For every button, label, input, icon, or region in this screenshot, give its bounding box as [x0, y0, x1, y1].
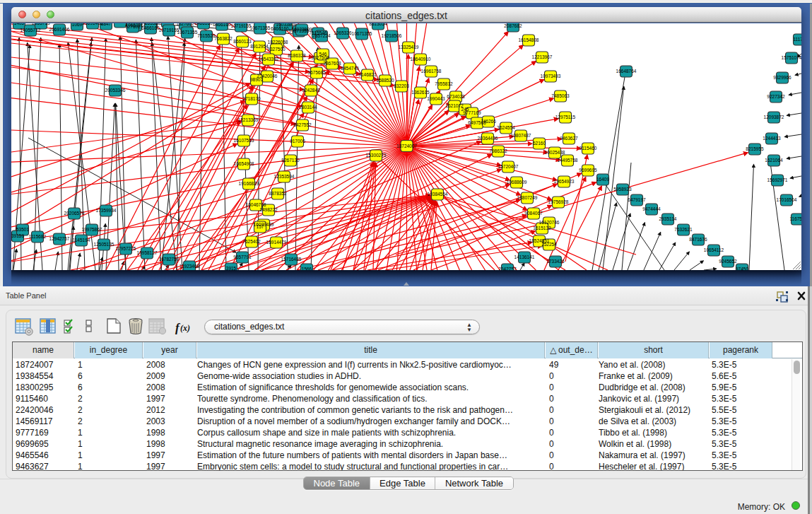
svg-text:6466160: 6466160 [271, 26, 289, 31]
svg-text:5958923: 5958923 [613, 187, 632, 192]
svg-text:8660123: 8660123 [233, 39, 252, 44]
svg-text:3624554: 3624554 [497, 125, 515, 130]
svg-text:20364436: 20364436 [478, 136, 498, 141]
svg-text:16154808: 16154808 [519, 37, 539, 42]
svg-text:157: 157 [257, 224, 264, 229]
svg-text:19218506: 19218506 [382, 33, 402, 38]
svg-text:6466160: 6466160 [213, 23, 231, 27]
svg-text:16409: 16409 [596, 177, 609, 182]
svg-text:1621064: 1621064 [765, 158, 783, 163]
svg-text:14495758: 14495758 [558, 158, 578, 163]
svg-text:10958127: 10958127 [137, 250, 158, 255]
svg-text:546: 546 [319, 52, 327, 57]
svg-text:1990443: 1990443 [427, 96, 445, 101]
svg-text:8215955: 8215955 [746, 146, 764, 151]
svg-text:8267130: 8267130 [281, 158, 300, 163]
svg-text:16107553: 16107553 [234, 138, 254, 143]
svg-text:20691406: 20691406 [83, 23, 103, 25]
svg-text:8847: 8847 [101, 23, 112, 26]
svg-text:10973493: 10973493 [541, 74, 561, 78]
svg-text:1362615: 1362615 [411, 90, 430, 95]
svg-text:7632621: 7632621 [674, 227, 693, 232]
svg-text:2867608: 2867608 [323, 61, 341, 66]
svg-text:19384554: 19384554 [428, 192, 448, 197]
svg-text:17957225: 17957225 [116, 246, 136, 251]
svg-text:39159: 39159 [11, 233, 24, 238]
svg-text:20691406: 20691406 [49, 27, 70, 32]
svg-text:3675685: 3675685 [307, 70, 326, 75]
svg-text:19975867: 19975867 [82, 227, 102, 232]
svg-text:7515526: 7515526 [197, 33, 216, 38]
svg-text:9242848: 9242848 [302, 88, 320, 93]
svg-text:17359934: 17359934 [96, 208, 117, 213]
svg-text:1566: 1566 [302, 267, 312, 270]
svg-text:15300273: 15300273 [366, 153, 387, 158]
svg-text:1733426: 1733426 [546, 259, 565, 264]
svg-text:12505135: 12505135 [94, 242, 114, 247]
svg-text:2055713: 2055713 [32, 23, 50, 25]
svg-text:8471676: 8471676 [689, 237, 707, 242]
svg-text:1244413: 1244413 [763, 136, 781, 141]
svg-text:6734028: 6734028 [447, 94, 465, 99]
svg-text:53501: 53501 [16, 227, 29, 232]
svg-text:7955812: 7955812 [435, 81, 453, 86]
svg-text:16543392: 16543392 [259, 57, 279, 62]
svg-text:18640910: 18640910 [411, 57, 431, 62]
svg-text:3915: 3915 [226, 266, 237, 270]
svg-text:7485063: 7485063 [551, 93, 570, 98]
svg-text:917006: 917006 [290, 139, 305, 144]
svg-text:2718170: 2718170 [242, 96, 261, 101]
svg-text:6466160: 6466160 [194, 23, 213, 25]
svg-text:527602: 527602 [125, 24, 141, 29]
svg-text:62160: 62160 [533, 141, 546, 146]
svg-text:18807249: 18807249 [517, 195, 538, 200]
svg-text:7663822: 7663822 [214, 36, 233, 41]
svg-text:10671355: 10671355 [250, 25, 271, 30]
svg-text:9084067: 9084067 [524, 211, 543, 216]
svg-text:10688609: 10688609 [507, 180, 527, 185]
svg-text:10671355: 10671355 [352, 31, 372, 36]
svg-text:16914479: 16914479 [266, 240, 287, 245]
svg-text:6466160: 6466160 [141, 25, 160, 30]
svg-text:19166829: 19166829 [239, 181, 259, 186]
svg-text:9115460: 9115460 [579, 146, 597, 151]
svg-text:1065326: 1065326 [334, 30, 352, 35]
svg-text:18724007: 18724007 [396, 144, 417, 148]
svg-text:9146821: 9146821 [358, 72, 377, 77]
svg-text:746266: 746266 [481, 119, 496, 124]
svg-text:2803144: 2803144 [299, 105, 317, 110]
svg-text:12093872: 12093872 [764, 115, 784, 119]
svg-text:98901: 98901 [250, 77, 263, 82]
svg-text:15716485: 15716485 [281, 257, 302, 262]
svg-text:2342757: 2342757 [498, 267, 517, 270]
svg-text:1115682: 1115682 [29, 234, 47, 239]
svg-text:19756928: 19756928 [548, 199, 569, 204]
svg-text:1527602: 1527602 [158, 23, 177, 24]
svg-text:16033809: 16033809 [292, 27, 312, 32]
svg-text:15692971: 15692971 [767, 177, 788, 182]
svg-text:15720407: 15720407 [498, 164, 519, 169]
svg-text:14055712: 14055712 [20, 28, 41, 33]
svg-text:8878352: 8878352 [269, 191, 287, 196]
svg-text:9329966: 9329966 [773, 75, 792, 80]
svg-text:17016504: 17016504 [777, 197, 797, 202]
svg-text:9463627: 9463627 [560, 136, 578, 141]
svg-text:2087682: 2087682 [504, 23, 522, 28]
svg-text:12942757: 12942757 [49, 236, 70, 241]
svg-text:12353594: 12353594 [274, 174, 295, 179]
svg-text:9227342: 9227342 [767, 94, 785, 99]
svg-text:11174: 11174 [793, 37, 801, 42]
svg-text:16782759: 16782759 [159, 257, 180, 262]
svg-text:12975115: 12975115 [555, 115, 576, 119]
svg-text:8912954: 8912954 [250, 44, 269, 49]
svg-text:16120746: 16120746 [539, 220, 560, 225]
svg-text:16961758: 16961758 [421, 69, 442, 74]
svg-text:19654923: 19654923 [554, 179, 575, 184]
svg-text:1498222: 1498222 [259, 207, 278, 212]
svg-text:12213369: 12213369 [238, 117, 259, 122]
svg-text:1405: 1405 [14, 23, 25, 25]
svg-text:7857224: 7857224 [312, 33, 331, 38]
svg-text:8813054: 8813054 [369, 23, 387, 26]
svg-text:9657791: 9657791 [233, 255, 252, 259]
svg-text:10807487: 10807487 [511, 133, 531, 138]
